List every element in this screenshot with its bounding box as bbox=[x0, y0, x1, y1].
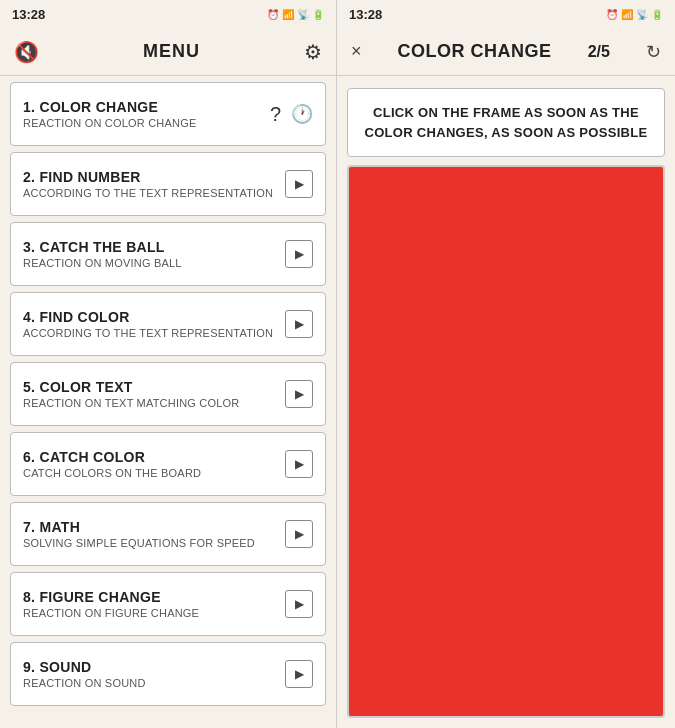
menu-item-9-subtitle: REACTION ON SOUND bbox=[23, 677, 146, 689]
menu-item-8-title: 8. FIGURE CHANGE bbox=[23, 589, 199, 605]
menu-item-find-number[interactable]: 2. FIND NUMBER ACCORDING TO THE TEXT REP… bbox=[10, 152, 326, 216]
menu-item-7-content: 7. MATH SOLVING SIMPLE EQUATIONS FOR SPE… bbox=[23, 519, 255, 549]
status-bar-right: 13:28 ⏰ 📶 📡 🔋 bbox=[337, 0, 675, 28]
status-icons-right: ⏰ 📶 📡 🔋 bbox=[606, 9, 663, 20]
right-panel: 13:28 ⏰ 📶 📡 🔋 × COLOR CHANGE 2/5 ↻ CLICK… bbox=[337, 0, 675, 728]
menu-item-3-title: 3. CATCH THE BALL bbox=[23, 239, 182, 255]
menu-item-color-change[interactable]: 1. COLOR CHANGE REACTION ON COLOR CHANGE… bbox=[10, 82, 326, 146]
menu-item-5-subtitle: REACTION ON TEXT MATCHING COLOR bbox=[23, 397, 239, 409]
menu-item-2-actions: ▶ bbox=[285, 170, 313, 198]
play-icon-8[interactable]: ▶ bbox=[285, 590, 313, 618]
play-icon-9[interactable]: ▶ bbox=[285, 660, 313, 688]
menu-item-2-title: 2. FIND NUMBER bbox=[23, 169, 273, 185]
menu-item-1-title: 1. COLOR CHANGE bbox=[23, 99, 197, 115]
alarm-icon: ⏰ bbox=[267, 9, 279, 20]
time-left: 13:28 bbox=[12, 7, 45, 22]
question-icon[interactable]: ? bbox=[270, 103, 281, 126]
alarm-icon-right: ⏰ bbox=[606, 9, 618, 20]
menu-item-3-subtitle: REACTION ON MOVING BALL bbox=[23, 257, 182, 269]
menu-item-9-content: 9. SOUND REACTION ON SOUND bbox=[23, 659, 146, 689]
status-icons-left: ⏰ 📶 📡 🔋 bbox=[267, 9, 324, 20]
battery-icon-right: 🔋 bbox=[651, 9, 663, 20]
menu-item-2-content: 2. FIND NUMBER ACCORDING TO THE TEXT REP… bbox=[23, 169, 273, 199]
play-icon-6[interactable]: ▶ bbox=[285, 450, 313, 478]
menu-title: MENU bbox=[143, 41, 200, 62]
signal-icon: 📡 bbox=[297, 9, 309, 20]
play-icon-7[interactable]: ▶ bbox=[285, 520, 313, 548]
left-panel: 13:28 ⏰ 📶 📡 🔋 🔇 MENU ⚙ 1. COLOR CHANGE R… bbox=[0, 0, 337, 728]
menu-item-3-content: 3. CATCH THE BALL REACTION ON MOVING BAL… bbox=[23, 239, 182, 269]
menu-item-figure-change[interactable]: 8. FIGURE CHANGE REACTION ON FIGURE CHAN… bbox=[10, 572, 326, 636]
header-right: × COLOR CHANGE 2/5 ↻ bbox=[337, 28, 675, 76]
menu-item-7-title: 7. MATH bbox=[23, 519, 255, 535]
play-icon-4[interactable]: ▶ bbox=[285, 310, 313, 338]
menu-item-math[interactable]: 7. MATH SOLVING SIMPLE EQUATIONS FOR SPE… bbox=[10, 502, 326, 566]
wifi-icon: 📶 bbox=[282, 9, 294, 20]
menu-item-6-title: 6. CATCH COLOR bbox=[23, 449, 201, 465]
menu-item-1-content: 1. COLOR CHANGE REACTION ON COLOR CHANGE bbox=[23, 99, 197, 129]
menu-item-4-actions: ▶ bbox=[285, 310, 313, 338]
play-icon-5[interactable]: ▶ bbox=[285, 380, 313, 408]
play-icon-2[interactable]: ▶ bbox=[285, 170, 313, 198]
menu-item-4-title: 4. FIND COLOR bbox=[23, 309, 273, 325]
menu-item-6-subtitle: CATCH COLORS ON THE BOARD bbox=[23, 467, 201, 479]
menu-item-9-title: 9. SOUND bbox=[23, 659, 146, 675]
menu-item-catch-ball[interactable]: 3. CATCH THE BALL REACTION ON MOVING BAL… bbox=[10, 222, 326, 286]
menu-item-2-subtitle: ACCORDING TO THE TEXT REPRESENTATION bbox=[23, 187, 273, 199]
menu-item-4-content: 4. FIND COLOR ACCORDING TO THE TEXT REPR… bbox=[23, 309, 273, 339]
menu-item-9-actions: ▶ bbox=[285, 660, 313, 688]
header-left: 🔇 MENU ⚙ bbox=[0, 28, 336, 76]
round-counter: 2/5 bbox=[588, 43, 610, 61]
signal-icon-right: 📡 bbox=[636, 9, 648, 20]
menu-item-7-actions: ▶ bbox=[285, 520, 313, 548]
close-button[interactable]: × bbox=[351, 41, 362, 62]
menu-item-5-content: 5. COLOR TEXT REACTION ON TEXT MATCHING … bbox=[23, 379, 239, 409]
menu-item-catch-color[interactable]: 6. CATCH COLOR CATCH COLORS ON THE BOARD… bbox=[10, 432, 326, 496]
time-right: 13:28 bbox=[349, 7, 382, 22]
menu-item-8-subtitle: REACTION ON FIGURE CHANGE bbox=[23, 607, 199, 619]
status-bar-left: 13:28 ⏰ 📶 📡 🔋 bbox=[0, 0, 336, 28]
menu-item-1-actions: ? 🕐 bbox=[270, 103, 313, 126]
instruction-text: CLICK ON THE FRAME AS SOON AS THE COLOR … bbox=[365, 105, 648, 140]
refresh-button[interactable]: ↻ bbox=[646, 41, 661, 63]
volume-button[interactable]: 🔇 bbox=[14, 40, 39, 64]
history-icon[interactable]: 🕐 bbox=[291, 103, 313, 125]
wifi-icon-right: 📶 bbox=[621, 9, 633, 20]
menu-item-8-content: 8. FIGURE CHANGE REACTION ON FIGURE CHAN… bbox=[23, 589, 199, 619]
menu-item-5-title: 5. COLOR TEXT bbox=[23, 379, 239, 395]
instruction-box: CLICK ON THE FRAME AS SOON AS THE COLOR … bbox=[347, 88, 665, 157]
menu-item-color-text[interactable]: 5. COLOR TEXT REACTION ON TEXT MATCHING … bbox=[10, 362, 326, 426]
menu-item-6-content: 6. CATCH COLOR CATCH COLORS ON THE BOARD bbox=[23, 449, 201, 479]
settings-button[interactable]: ⚙ bbox=[304, 40, 322, 64]
menu-item-4-subtitle: ACCORDING TO THE TEXT REPRESENTATION bbox=[23, 327, 273, 339]
menu-item-3-actions: ▶ bbox=[285, 240, 313, 268]
menu-item-7-subtitle: SOLVING SIMPLE EQUATIONS FOR SPEED bbox=[23, 537, 255, 549]
menu-item-5-actions: ▶ bbox=[285, 380, 313, 408]
menu-item-1-subtitle: REACTION ON COLOR CHANGE bbox=[23, 117, 197, 129]
menu-item-find-color[interactable]: 4. FIND COLOR ACCORDING TO THE TEXT REPR… bbox=[10, 292, 326, 356]
menu-item-8-actions: ▶ bbox=[285, 590, 313, 618]
color-frame[interactable] bbox=[347, 165, 665, 718]
play-icon-3[interactable]: ▶ bbox=[285, 240, 313, 268]
menu-item-sound[interactable]: 9. SOUND REACTION ON SOUND ▶ bbox=[10, 642, 326, 706]
menu-list: 1. COLOR CHANGE REACTION ON COLOR CHANGE… bbox=[0, 76, 336, 728]
game-title: COLOR CHANGE bbox=[398, 41, 552, 62]
menu-item-6-actions: ▶ bbox=[285, 450, 313, 478]
battery-icon: 🔋 bbox=[312, 9, 324, 20]
